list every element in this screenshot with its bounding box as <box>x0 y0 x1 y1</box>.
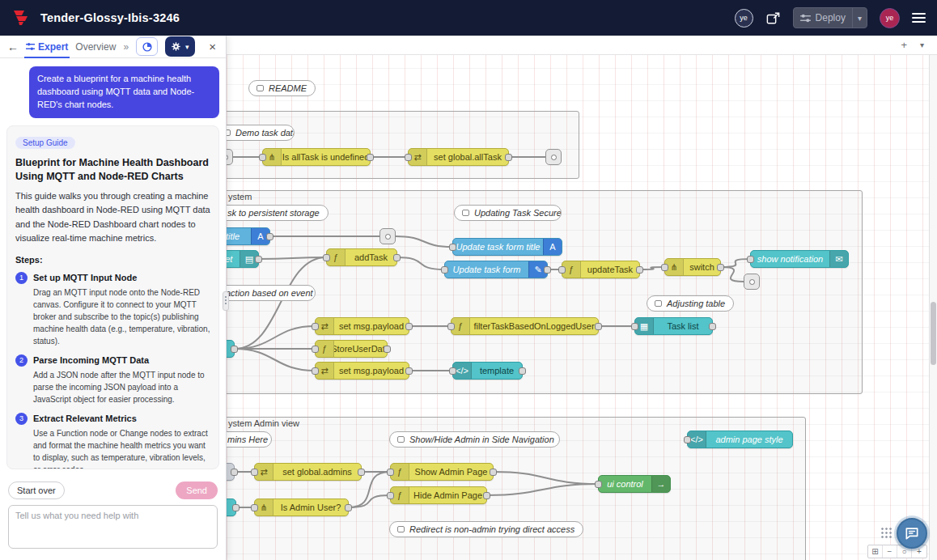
input-port[interactable] <box>312 367 319 375</box>
input-port[interactable] <box>449 244 456 251</box>
send-button[interactable]: Send <box>176 482 218 499</box>
input-port[interactable] <box>259 154 266 161</box>
comment-node[interactable]: Redirect is non-admin trying direct acce… <box>389 521 583 537</box>
input-port[interactable] <box>447 323 455 330</box>
flow-node-hide-admin-page[interactable]: ƒHide Admin Page <box>390 486 487 504</box>
back-icon[interactable]: ← <box>7 40 19 53</box>
add-flow-button[interactable]: + <box>901 39 907 51</box>
input-port[interactable] <box>747 256 754 263</box>
flow-node-set-msg-payload[interactable]: ⇄set msg.payload <box>315 362 409 380</box>
output-port[interactable] <box>255 256 262 263</box>
output-port[interactable] <box>544 266 551 274</box>
input-port[interactable] <box>558 266 566 274</box>
comment-node[interactable]: Demo task data <box>227 125 295 141</box>
editor-icon[interactable] <box>765 11 781 26</box>
comment-node[interactable]: README <box>248 80 316 96</box>
input-port[interactable] <box>251 504 258 511</box>
comment-node[interactable]: sk to persistent storage <box>227 205 329 221</box>
output-port[interactable] <box>636 266 643 274</box>
flow-node-ui-control[interactable]: ui control→ <box>598 475 671 493</box>
output-port[interactable] <box>717 264 724 271</box>
flow-node-switch[interactable]: ⋔switch <box>664 258 721 276</box>
flow-node-admin-page-style[interactable]: </>admin page style <box>687 431 793 448</box>
tab-overview[interactable]: Overview <box>75 36 116 57</box>
output-port[interactable] <box>405 367 413 375</box>
flow-node-teal[interactable] <box>227 498 236 516</box>
flow-node-filtertaskbasedonloggeduser[interactable]: ƒfilterTaskBasedOnLoggedUser <box>451 317 599 335</box>
assistant-input[interactable] <box>8 505 218 549</box>
user-avatar[interactable]: ye <box>880 8 900 28</box>
comment-node[interactable]: Updating Task Securely <box>454 205 562 221</box>
flow-list-button[interactable]: ▾ <box>920 40 924 49</box>
output-port[interactable] <box>490 469 497 476</box>
flow-node-teal[interactable] <box>227 340 235 358</box>
flow-node-show-admin-page[interactable]: ƒShow Admin Page <box>390 463 494 481</box>
start-over-button[interactable]: Start over <box>8 482 65 499</box>
output-port[interactable] <box>232 504 240 511</box>
deploy-caret-icon[interactable]: ▾ <box>852 8 867 28</box>
more-tabs-icon[interactable]: » <box>123 41 129 53</box>
flow-node-update-task-form-title[interactable]: Update task form titleA <box>452 238 562 256</box>
scrollbar-thumb[interactable] <box>931 302 936 365</box>
flow-node-grey[interactable] <box>227 463 235 481</box>
vertical-scrollbar[interactable] <box>929 55 937 560</box>
flow-node-is-alltask-is-undefined[interactable]: ⋔Is allTask is undefined <box>262 148 371 166</box>
input-port[interactable] <box>323 254 330 261</box>
link-node[interactable] <box>545 149 562 165</box>
zoom-out-button[interactable]: − <box>883 545 897 558</box>
output-port[interactable] <box>266 233 273 240</box>
output-port[interactable] <box>505 154 512 161</box>
output-port[interactable] <box>519 367 526 375</box>
insights-button[interactable] <box>136 37 158 56</box>
output-port[interactable] <box>405 323 413 330</box>
output-port[interactable] <box>345 504 352 511</box>
input-port[interactable] <box>449 367 456 375</box>
flow-group[interactable] <box>227 111 579 179</box>
flow-node-ticket[interactable]: ticket▤ <box>227 250 259 268</box>
input-port[interactable] <box>595 481 602 488</box>
comment-node[interactable]: mins Here <box>227 431 272 448</box>
input-port[interactable] <box>387 492 394 499</box>
output-port[interactable] <box>231 469 238 476</box>
flow-node-m-title[interactable]: m titleA <box>227 227 270 245</box>
flow-node-set-global-admins[interactable]: ⇄set global.admins <box>254 463 362 481</box>
input-port[interactable] <box>631 323 638 330</box>
menu-icon[interactable] <box>912 13 926 23</box>
output-port[interactable] <box>595 323 602 330</box>
flow-node-task-list[interactable]: ▦Task list <box>634 317 713 335</box>
flow-node-set-msg-payload[interactable]: ⇄set msg.payload <box>315 317 409 335</box>
close-icon[interactable]: × <box>206 40 218 53</box>
input-port[interactable] <box>251 469 258 476</box>
input-port[interactable] <box>441 266 448 274</box>
link-node[interactable] <box>744 274 760 290</box>
link-node[interactable] <box>227 149 233 165</box>
flow-node-addtask[interactable]: ƒaddTask <box>326 248 397 266</box>
flow-node-set-global-alltask[interactable]: ⇄set global.allTask <box>408 148 509 166</box>
deploy-button[interactable]: Deploy ▾ <box>793 7 867 28</box>
flow-node-is-admin-user[interactable]: ⋔Is Admin User? <box>254 498 349 516</box>
chat-fab-button[interactable] <box>897 518 927 549</box>
output-port[interactable] <box>358 469 365 476</box>
comment-node[interactable]: Show/Hide Admin in Side Navigation <box>389 431 560 448</box>
input-port[interactable] <box>684 436 691 443</box>
flow-node-storeuserdata[interactable]: ƒStoreUserData <box>315 340 388 358</box>
drag-handle-icon[interactable] <box>880 527 892 539</box>
tab-expert[interactable]: Expert <box>26 36 68 57</box>
input-port[interactable] <box>661 264 668 271</box>
comment-node[interactable]: action based on event <box>227 285 316 301</box>
output-port[interactable] <box>393 254 401 261</box>
navigator-icon[interactable]: ⊞ <box>868 545 883 558</box>
flow-canvas[interactable]: ystemystem Admin viewREADMEDemo task dat… <box>227 36 937 560</box>
output-port[interactable] <box>367 154 374 161</box>
output-port[interactable] <box>231 346 238 353</box>
output-port[interactable] <box>483 492 490 499</box>
flow-node-updatetask[interactable]: ƒupdateTask <box>562 261 640 278</box>
team-avatar[interactable]: ye <box>735 9 753 28</box>
flow-node-show-notification[interactable]: show notification✉ <box>750 250 849 268</box>
link-node[interactable] <box>379 228 396 244</box>
input-port[interactable] <box>312 346 319 353</box>
panel-resize-handle[interactable] <box>223 291 229 311</box>
output-port[interactable] <box>384 346 391 353</box>
flow-node-update-task-form[interactable]: Update task form✎ <box>444 261 548 278</box>
input-port[interactable] <box>405 154 412 161</box>
